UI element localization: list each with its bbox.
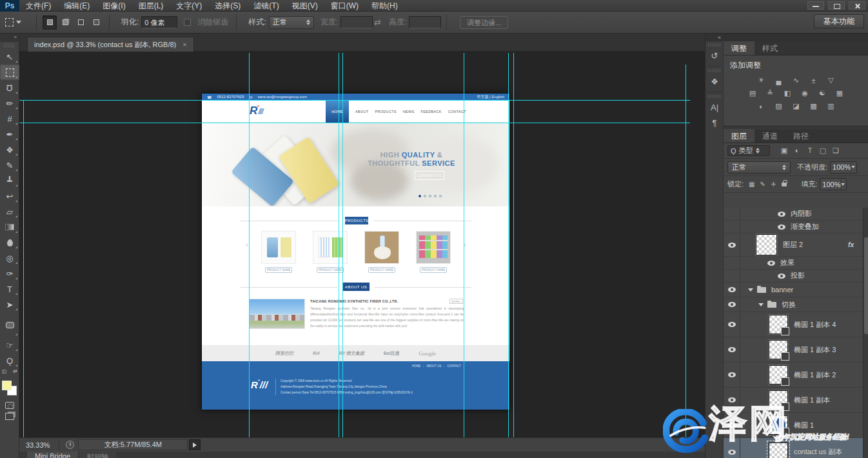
- layer-thumbnail[interactable]: [769, 315, 788, 334]
- 椭圆 1 副本 4[interactable]: 椭圆 1 副本 4: [724, 312, 863, 337]
- fill-value[interactable]: 100%: [820, 178, 847, 190]
- filter-shape-layers-icon[interactable]: ▢: [818, 146, 828, 155]
- brush-tool[interactable]: ✎: [0, 157, 19, 173]
- filter-adjustment-layers-icon[interactable]: ◐: [792, 146, 802, 155]
- layer-thumbnail[interactable]: [769, 365, 788, 384]
- refine-edge-button[interactable]: 调整边缘...: [460, 16, 508, 29]
- canvas-area[interactable]: ☎ 0512-82707625 ✉ sara.wu@rongweigroup.c…: [19, 52, 705, 437]
- menu-item[interactable]: 编辑(E): [57, 0, 96, 12]
- dodge-tool[interactable]: ◎: [0, 250, 19, 266]
- width-input[interactable]: [340, 16, 373, 28]
- workspace-switcher-button[interactable]: 基本功能: [814, 14, 864, 28]
- menu-item[interactable]: 窗口(W): [324, 0, 365, 12]
- dock-collapse-icon[interactable]: «: [705, 34, 723, 41]
- eye-icon[interactable]: [767, 261, 775, 266]
- menu-item[interactable]: 视图(V): [286, 0, 324, 12]
- antialias-checkbox[interactable]: [184, 19, 191, 26]
- style-select[interactable]: 正常: [269, 16, 314, 29]
- visibility-toggle[interactable]: [724, 270, 740, 282]
- swap-colors-icon[interactable]: ◱⇄: [0, 368, 19, 376]
- restore-button[interactable]: [828, 1, 845, 10]
- vibrance-icon[interactable]: ▽: [825, 75, 838, 85]
- paragraph-panel-icon[interactable]: ¶: [705, 115, 724, 130]
- tab-timeline[interactable]: 时间轴: [79, 452, 116, 458]
- lock-transparency-icon[interactable]: ▦: [749, 181, 755, 188]
- hue-saturation-icon[interactable]: ▤: [746, 88, 759, 98]
- visibility-toggle[interactable]: [724, 413, 740, 437]
- zoom-level-field[interactable]: 33.33%: [19, 441, 56, 449]
- color-lookup-icon[interactable]: ▦: [833, 88, 846, 98]
- feather-input[interactable]: 0 像素: [141, 16, 177, 28]
- add-to-selection-button[interactable]: [58, 15, 72, 30]
- character-panel-icon[interactable]: A|: [705, 99, 724, 115]
- expand-triangle-icon[interactable]: [748, 288, 753, 292]
- pen-tool[interactable]: ✑: [0, 266, 19, 281]
- tab-adjustments[interactable]: 调整: [724, 41, 755, 55]
- 椭圆 1 副本[interactable]: 椭圆 1 副本: [724, 388, 863, 413]
- minimize-button[interactable]: [807, 1, 824, 10]
- filter-type-select[interactable]: Ǫ 类型: [727, 145, 770, 156]
- 图层 2[interactable]: 图层 2 fx: [724, 234, 863, 257]
- layer-thumbnail[interactable]: [756, 234, 777, 255]
- 内阴影[interactable]: 内阴影: [724, 208, 863, 221]
- black-white-icon[interactable]: ◧: [781, 88, 794, 98]
- guide-vertical[interactable]: [249, 53, 250, 437]
- guide-horizontal[interactable]: [19, 100, 690, 101]
- menu-item[interactable]: 图像(I): [96, 0, 132, 12]
- exposure-icon[interactable]: ±: [807, 75, 820, 85]
- blur-tool[interactable]: [0, 235, 19, 250]
- 椭圆 1 副本 2[interactable]: 椭圆 1 副本 2: [724, 363, 863, 388]
- 渐变叠加[interactable]: 渐变叠加: [724, 221, 863, 234]
- levels-icon[interactable]: ▄: [773, 75, 785, 85]
- path-selection-tool[interactable]: ➤: [0, 297, 19, 312]
- eye-icon[interactable]: [778, 224, 785, 230]
- subtract-from-selection-button[interactable]: [74, 15, 88, 30]
- visibility-toggle[interactable]: [724, 234, 740, 256]
- lock-all-icon[interactable]: [782, 183, 787, 186]
- healing-brush-tool[interactable]: ❖: [0, 142, 19, 157]
- intersect-selection-button[interactable]: [89, 15, 103, 30]
- toolbar-grip[interactable]: [4, 43, 15, 48]
- opacity-value[interactable]: 100%: [830, 161, 857, 174]
- visibility-toggle[interactable]: [724, 208, 740, 220]
- guide-vertical[interactable]: [508, 53, 509, 437]
- gradient-tool[interactable]: [0, 219, 19, 235]
- tab-paths[interactable]: 路径: [785, 129, 816, 143]
- properties-panel-icon[interactable]: ❖: [705, 74, 724, 89]
- hand-tool[interactable]: ☞: [0, 337, 19, 353]
- visibility-toggle[interactable]: [724, 221, 740, 233]
- visibility-toggle[interactable]: [724, 283, 740, 297]
- visibility-toggle[interactable]: [724, 297, 740, 312]
- guide-vertical[interactable]: [342, 53, 343, 437]
- new-selection-button[interactable]: [43, 15, 57, 30]
- lock-pixels-icon[interactable]: ✎: [760, 181, 765, 188]
- eraser-tool[interactable]: ▱: [0, 204, 19, 219]
- menu-item[interactable]: 文字(Y): [170, 0, 208, 12]
- crop-tool[interactable]: #: [0, 111, 19, 126]
- filter-pixel-layers-icon[interactable]: ▣: [779, 146, 789, 155]
- menu-item[interactable]: 选择(S): [208, 0, 247, 12]
- 椭圆 1[interactable]: 椭圆 1: [724, 413, 863, 438]
- swap-dimensions-icon[interactable]: ⇄: [374, 17, 381, 27]
- visibility-toggle[interactable]: [724, 438, 740, 458]
- tool-preset-picker[interactable]: [5, 15, 31, 30]
- threshold-icon[interactable]: ◪: [790, 101, 803, 111]
- brightness-contrast-icon[interactable]: ☀: [755, 75, 768, 85]
- tab-close-icon[interactable]: ×: [182, 41, 186, 48]
- gradient-map-icon[interactable]: ▩: [807, 101, 820, 111]
- filter-type-layers-icon[interactable]: T: [805, 146, 815, 155]
- tab-channels[interactable]: 通道: [755, 129, 785, 143]
- filter-smart-objects-icon[interactable]: ❏: [831, 146, 841, 155]
- 效果[interactable]: 效果: [724, 257, 863, 270]
- contact us 副本[interactable]: contact us 副本 ⚠: [724, 438, 863, 458]
- height-input[interactable]: [409, 16, 441, 28]
- zoom-tool[interactable]: Ǫ: [0, 353, 19, 368]
- lasso-tool[interactable]: ℧: [0, 80, 19, 95]
- toolbar-collapse-icon[interactable]: »: [0, 34, 19, 42]
- layer-thumbnail[interactable]: [769, 340, 788, 359]
- lock-position-icon[interactable]: ✛: [771, 181, 776, 188]
- clone-stamp-tool[interactable]: ┻: [0, 173, 19, 188]
- guide-vertical[interactable]: [686, 65, 686, 437]
- layers-scrollbar[interactable]: [863, 208, 868, 458]
- visibility-toggle[interactable]: [724, 257, 740, 269]
